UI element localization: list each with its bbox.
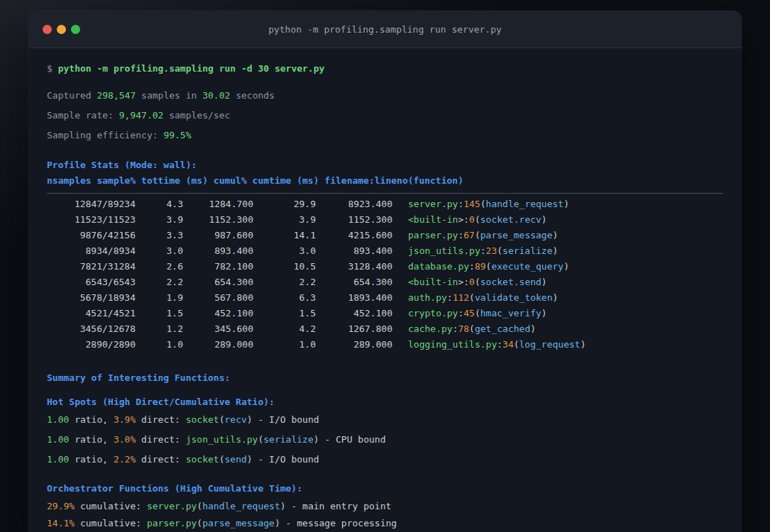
function-name: execute_query [491, 261, 563, 272]
tottime-cell: 654.300 [183, 275, 253, 290]
profile-stats-heading: Profile Stats (Mode: wall): [47, 160, 723, 171]
efficiency-line: Sampling efficiency: 99.5% [47, 130, 723, 141]
orchestrator-item: 29.9% cumulative: server.py(handle_reque… [47, 501, 723, 512]
function-name: parse_message [480, 230, 553, 240]
table-divider [47, 193, 723, 194]
table-row: 5678/189341.9567.8006.31893.400auth.py:1… [47, 290, 723, 306]
cumtime-cell: 3128.400 [316, 259, 392, 275]
sample-pct-cell: 3.0 [136, 243, 183, 259]
location-cell: cache.py:78(get_cached) [392, 321, 723, 337]
cumtime-cell: 893.400 [316, 243, 392, 259]
filename: logging_utils.py [408, 339, 497, 350]
module-name: server.py [147, 501, 197, 511]
close-button[interactable] [43, 25, 52, 34]
efficiency-value: 99.5% [163, 130, 191, 140]
cumtime-cell: 8923.400 [316, 196, 392, 212]
direct-pct: 3.0% [114, 434, 136, 445]
hot-spot-item: 1.00 ratio, 3.9% direct: socket(recv) - … [47, 414, 723, 426]
filename: database.py [408, 261, 469, 272]
tottime-cell: 782.100 [183, 259, 253, 275]
function-name: recv [225, 414, 247, 425]
function-name: handle_request [202, 501, 280, 511]
function-name: socket.recv [480, 214, 541, 225]
orchestrator-heading: Orchestrator Functions (High Cumulative … [47, 483, 723, 494]
samples-count: 298,547 [97, 90, 136, 101]
window-title: python -m profiling.sampling run server.… [268, 24, 502, 35]
minimize-button[interactable] [57, 25, 66, 34]
line-number: 78 [458, 323, 469, 334]
captured-line: Captured 298,547 samples in 30.02 second… [47, 90, 723, 101]
tottime-cell: 1284.700 [183, 196, 253, 212]
function-name: handle_request [486, 199, 564, 209]
sample-pct-cell: 3.3 [136, 228, 183, 243]
location-cell: logging_utils.py:34(log_request) [392, 337, 723, 353]
location-cell: database.py:89(execute_query) [392, 259, 723, 275]
hot-spots-list: 1.00 ratio, 3.9% direct: socket(recv) - … [47, 414, 723, 465]
terminal-titlebar[interactable]: python -m profiling.sampling run server.… [28, 11, 742, 48]
role-note: - main entry point [291, 501, 391, 511]
function-name: serialize [263, 434, 313, 445]
tottime-cell: 1152.300 [183, 212, 253, 228]
tottime-cell: 345.600 [183, 321, 253, 337]
ratio-value: 1.00 [47, 454, 69, 465]
cumul-pct-cell: 1.5 [253, 306, 316, 321]
nsamples-cell: 2890/2890 [47, 337, 136, 353]
module-name: parser.py [147, 518, 197, 528]
hot-spot-item: 1.00 ratio, 3.0% direct: json_utils.py(s… [47, 434, 723, 445]
cumul-pct-cell: 10.5 [253, 259, 316, 275]
nsamples-cell: 9876/42156 [47, 228, 136, 243]
role-note: - message processing [286, 518, 397, 528]
table-row: 4521/45211.5452.1001.5452.100crypto.py:4… [47, 306, 723, 321]
location-cell: crypto.py:45(hmac_verify) [392, 306, 723, 321]
direct-pct: 2.2% [114, 454, 136, 465]
location-cell: <built-in>:0(socket.send) [392, 275, 723, 290]
cumul-pct-cell: 6.3 [253, 290, 316, 306]
function-name: log_request [519, 339, 581, 350]
cumtime-cell: 4215.600 [316, 228, 392, 243]
filename: cache.py [408, 323, 453, 334]
module-name: json_utils.py [186, 434, 258, 445]
filename: auth.py [408, 292, 447, 303]
filename: server.py [408, 199, 458, 209]
filename: parser.py [408, 230, 458, 240]
terminal-window: python -m profiling.sampling run server.… [28, 11, 742, 532]
line-number: 0 [469, 277, 475, 287]
cumulative-pct: 29.9% [47, 501, 75, 511]
hot-spots-heading: Hot Spots (High Direct/Cumulative Ratio)… [47, 397, 723, 408]
location-cell: auth.py:112(validate_token) [392, 290, 723, 306]
table-row: 2890/28901.0289.0001.0289.000logging_uti… [47, 337, 723, 353]
line-number: 0 [469, 214, 475, 225]
bound-note: - I/O bound [258, 414, 319, 425]
nsamples-cell: 4521/4521 [47, 306, 136, 321]
sample-pct-cell: 1.5 [136, 306, 183, 321]
function-name: get_cached [475, 323, 530, 334]
sample-pct-cell: 1.9 [136, 290, 183, 306]
table-row: 11523/115233.91152.3003.91152.300<built-… [47, 212, 723, 228]
line-number: 23 [486, 245, 497, 256]
cumulative-pct: 14.1% [47, 518, 75, 528]
sample-pct-cell: 4.3 [136, 196, 183, 212]
cumul-pct-cell: 2.2 [253, 275, 316, 290]
line-number: 67 [463, 230, 475, 240]
table-row: 9876/421563.3987.60014.14215.600parser.p… [47, 228, 723, 243]
nsamples-cell: 11523/11523 [47, 212, 136, 228]
line-number: 112 [453, 292, 469, 303]
function-name: serialize [502, 245, 552, 256]
table-row: 3456/126781.2345.6004.21267.800cache.py:… [47, 321, 723, 337]
terminal-content[interactable]: $ python -m profiling.sampling run -d 30… [28, 48, 742, 529]
sample-pct-cell: 1.0 [136, 337, 183, 353]
tottime-cell: 289.000 [183, 337, 253, 353]
sample-rate-value: 9,947.02 [119, 110, 164, 121]
cumul-pct-cell: 1.0 [253, 337, 316, 353]
cumtime-cell: 1893.400 [316, 290, 392, 306]
maximize-button[interactable] [71, 25, 80, 34]
filename: <built-in [408, 214, 458, 225]
ratio-value: 1.00 [47, 434, 69, 445]
function-name: send [225, 454, 247, 465]
line-number: 34 [502, 339, 514, 350]
orchestrator-list: 29.9% cumulative: server.py(handle_reque… [47, 501, 723, 529]
table-row: 7821/312842.6782.10010.53128.400database… [47, 259, 723, 275]
nsamples-cell: 7821/31284 [47, 259, 136, 275]
orchestrator-item: 14.1% cumulative: parser.py(parse_messag… [47, 518, 723, 529]
location-cell: parser.py:67(parse_message) [392, 228, 723, 243]
